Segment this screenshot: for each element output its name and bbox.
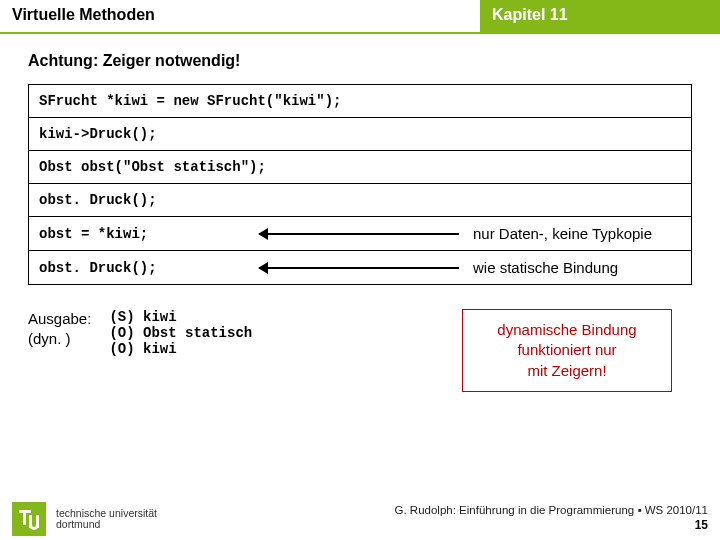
slide-title: Virtuelle Methoden [0, 0, 480, 34]
warning-heading: Achtung: Zeiger notwendig! [28, 52, 692, 70]
output-lines: (S) kiwi (O) Obst statisch (O) kiwi [109, 309, 252, 357]
code-text: obst = *kiwi; [39, 226, 259, 242]
svg-rect-1 [23, 510, 26, 525]
callout-line: funktioniert nur [481, 340, 653, 360]
output-label-line: (dyn. ) [28, 329, 91, 349]
code-row: kiwi->Druck(); [29, 117, 691, 150]
code-text: obst. Druck(); [39, 260, 259, 276]
arrow-icon [259, 267, 459, 269]
callout-box: dynamische Bindung funktioniert nur mit … [462, 309, 672, 392]
annotation-text: wie statische Bindung [473, 259, 618, 276]
output-area: Ausgabe: (dyn. ) (S) kiwi (O) Obst stati… [28, 309, 692, 392]
callout-line: mit Zeigern! [481, 361, 653, 381]
slide-footer: G. Rudolph: Einführung in die Programmie… [0, 502, 720, 540]
slide-content: Achtung: Zeiger notwendig! SFrucht *kiwi… [0, 34, 720, 392]
code-row: obst. Druck(); [29, 183, 691, 216]
output-label-line: Ausgabe: [28, 309, 91, 329]
arrow-icon [259, 233, 459, 235]
code-table: SFrucht *kiwi = new SFrucht("kiwi"); kiw… [28, 84, 692, 285]
chapter-label: Kapitel 11 [480, 0, 720, 34]
logo-line: dortmund [56, 519, 157, 530]
code-row: obst. Druck(); wie statische Bindung [29, 250, 691, 284]
code-row: Obst obst("Obst statisch"); [29, 150, 691, 183]
output-label: Ausgabe: (dyn. ) [28, 309, 91, 348]
annotation-text: nur Daten-, keine Typkopie [473, 225, 652, 242]
code-row: obst = *kiwi; nur Daten-, keine Typkopie [29, 216, 691, 250]
code-row: SFrucht *kiwi = new SFrucht("kiwi"); [29, 85, 691, 117]
logo-text: technische universität dortmund [56, 508, 157, 530]
tu-logo-icon [12, 502, 46, 536]
callout-line: dynamische Bindung [481, 320, 653, 340]
slide-header: Virtuelle Methoden Kapitel 11 [0, 0, 720, 34]
